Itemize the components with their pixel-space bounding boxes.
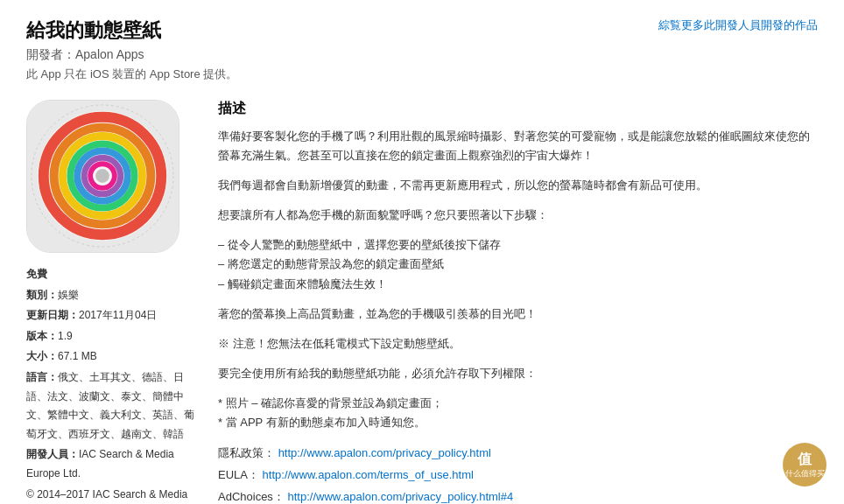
desc-para-7: 要完全使用所有給我的動態壁紙功能，必須允許存取下列權限： [218, 364, 818, 383]
svg-point-9 [95, 169, 109, 183]
updated-label: 更新日期： [26, 309, 79, 321]
version-row: 版本：1.9 [26, 327, 197, 346]
watermark-line1: 值 [798, 451, 812, 469]
copyright-value: © 2014–2017 IAC Search & Media Technolog… [26, 488, 187, 504]
watermark: 值 什么值得买 [783, 443, 826, 486]
languages-row: 語言：俄文、土耳其文、德語、日語、法文、波蘭文、泰文、簡體中文、繁體中文、義大利… [26, 368, 197, 444]
updated-value: 2017年11月04日 [79, 309, 157, 321]
desc-para-2: 我們每週都會自動新增優質的動畫，不需再更新應用程式，所以您的螢幕隨時都會有新品可… [218, 176, 818, 195]
page-wrapper: 綜覧更多此開發人員開發的作品 給我的動態壁紙 開發者：Apalon Apps 此… [0, 0, 844, 504]
desc-para-8: * 照片 – 確認你喜愛的背景並設為鎖定畫面； * 當 APP 有新的動態桌布加… [218, 394, 818, 432]
copyright-row: © 2014–2017 IAC Search & Media Technolog… [26, 486, 197, 504]
eula-link[interactable]: http://www.apalon.com/terms_of_use.html [263, 468, 474, 481]
left-panel: 免費 類別：娛樂 更新日期：2017年11月04日 版本：1.9 大小：67.1… [26, 100, 197, 504]
desc-para-3: 想要讓所有人都為您手機的新面貌驚呼嗎？您只要照著以下步驟： [218, 206, 818, 225]
developer-meta-label: 開發人員： [26, 448, 79, 460]
watermark-line2: 什么值得买 [785, 469, 825, 480]
category-label: 類別： [26, 289, 58, 301]
privacy-link[interactable]: http://www.apalon.com/privacy_policy.htm… [278, 446, 491, 459]
price-label: 免費 [26, 268, 47, 280]
desc-para-4: – 從令人驚艷的動態壁紙中，選擇您要的壁紙後按下儲存 – 將您選定的動態背景設為… [218, 235, 818, 293]
version-value: 1.9 [58, 330, 73, 342]
developer-more-link[interactable]: 綜覧更多此開發人員開發的作品 [658, 18, 818, 33]
meta-section: 免費 類別：娛樂 更新日期：2017年11月04日 版本：1.9 大小：67.1… [26, 265, 197, 504]
developer-row: 開發人員：IAC Search & Media Europe Ltd. [26, 445, 197, 483]
description-title: 描述 [218, 100, 818, 118]
privacy-label: 隱私政策： [218, 446, 275, 459]
price-row: 免費 [26, 265, 197, 284]
version-label: 版本： [26, 330, 58, 342]
content-area: 免費 類別：娛樂 更新日期：2017年11月04日 版本：1.9 大小：67.1… [26, 100, 818, 504]
eula-row: EULA： http://www.apalon.com/terms_of_use… [218, 465, 818, 486]
category-value: 娛樂 [58, 289, 79, 301]
desc-para-1: 準備好要客製化您的手機了嗎？利用壯觀的風景縮時攝影、對著您笑的可愛寵物，或是能讓… [218, 127, 818, 165]
app-icon [26, 100, 179, 253]
privacy-row: 隱私政策： http://www.apalon.com/privacy_poli… [218, 443, 818, 465]
developer-line: 開發者：Apalon Apps [26, 47, 818, 63]
desc-para-6: ※ 注意！您無法在低耗電模式下設定動態壁紙。 [218, 334, 818, 354]
ios-notice: 此 App 只在 iOS 裝置的 App Store 提供。 [26, 66, 818, 82]
desc-para-5: 著您的螢幕換上高品質動畫，並為您的手機吸引羨慕的目光吧！ [218, 304, 818, 324]
size-label: 大小： [26, 350, 58, 362]
right-panel: 描述 準備好要客製化您的手機了嗎？利用壯觀的風景縮時攝影、對著您笑的可愛寵物，或… [218, 100, 818, 504]
adchoices-row: AdChoices： http://www.apalon.com/privacy… [218, 486, 818, 505]
category-row: 類別：娛樂 [26, 286, 197, 305]
footer-links: 隱私政策： http://www.apalon.com/privacy_poli… [218, 443, 818, 504]
updated-row: 更新日期：2017年11月04日 [26, 306, 197, 326]
size-value: 67.1 MB [58, 350, 97, 362]
size-row: 大小：67.1 MB [26, 347, 197, 367]
adchoices-link[interactable]: http://www.apalon.com/privacy_policy.htm… [288, 490, 514, 503]
eula-label: EULA： [218, 468, 259, 481]
languages-label: 語言： [26, 371, 58, 383]
adchoices-label: AdChoices： [218, 490, 285, 503]
